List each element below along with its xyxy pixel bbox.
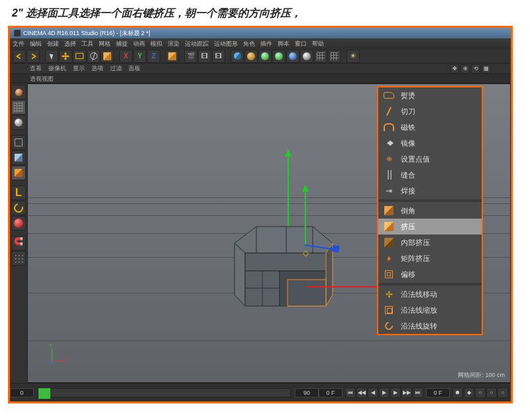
- primitive-button[interactable]: [231, 50, 244, 63]
- rotate-tool[interactable]: [87, 50, 100, 63]
- ctx-bevel[interactable]: 倒角: [378, 203, 482, 219]
- menu-script[interactable]: 脚本: [278, 40, 290, 48]
- generator-button[interactable]: [258, 50, 272, 63]
- view-menu-filter[interactable]: 过滤: [110, 64, 122, 73]
- redo-button[interactable]: [26, 50, 40, 63]
- render-settings-button[interactable]: [212, 50, 225, 63]
- tl-goend-button[interactable]: ⏭: [413, 388, 423, 398]
- undo-button[interactable]: [13, 50, 26, 63]
- menu-mesh[interactable]: 网格: [99, 40, 111, 48]
- view-orbit-icon[interactable]: ⟲: [471, 64, 480, 74]
- lock-x-button[interactable]: X: [119, 50, 132, 63]
- tl-record-button[interactable]: ⏺: [452, 388, 463, 398]
- last-tool[interactable]: [101, 50, 114, 63]
- tl-prevkey-button[interactable]: ◀◀: [356, 388, 367, 398]
- lock-y-button[interactable]: Y: [133, 50, 146, 63]
- view-menu-view[interactable]: 查看: [30, 64, 42, 73]
- ctx-setpoint[interactable]: ⁜设置点值: [378, 151, 482, 167]
- render-view-button[interactable]: [184, 50, 197, 63]
- menu-create[interactable]: 创建: [47, 40, 59, 48]
- timeline-track[interactable]: [38, 388, 291, 397]
- tl-keyopt2-button[interactable]: ○: [486, 388, 497, 398]
- floor-button[interactable]: [328, 50, 341, 63]
- gizmo-y-axis[interactable]: [305, 185, 306, 245]
- gizmo-x-axis[interactable]: [306, 286, 386, 288]
- ctx-mirror[interactable]: 镜像: [378, 135, 482, 151]
- lock-z-button[interactable]: Z: [147, 50, 160, 63]
- polygon-mode-button[interactable]: [11, 166, 26, 180]
- view-layout-icon[interactable]: ▦: [482, 64, 491, 74]
- timeline-start-field[interactable]: [10, 388, 34, 397]
- sun-button[interactable]: [346, 50, 360, 63]
- make-editable-button[interactable]: [11, 85, 26, 99]
- menu-character[interactable]: 角色: [243, 40, 255, 48]
- ctx-offset[interactable]: 偏移: [378, 266, 482, 282]
- menu-render[interactable]: 渲染: [168, 40, 180, 48]
- ctx-magnet[interactable]: 磁铁: [378, 119, 482, 135]
- object-mode-button[interactable]: [11, 135, 26, 150]
- menu-plugins[interactable]: 插件: [260, 40, 272, 48]
- menu-file[interactable]: 文件: [13, 40, 25, 48]
- view-zoom-icon[interactable]: ⊕: [460, 64, 470, 74]
- menu-window[interactable]: 窗口: [295, 40, 307, 48]
- snap-button[interactable]: [11, 236, 26, 250]
- ctx-normal-move[interactable]: ✢沿法线移动: [378, 286, 482, 302]
- spline-button[interactable]: [244, 50, 258, 63]
- tl-keyopt1-button[interactable]: ○: [475, 388, 486, 398]
- model-mode-button[interactable]: [11, 100, 26, 115]
- gizmo-origin[interactable]: [303, 246, 309, 253]
- ctx-matrix-extrude[interactable]: ♦矩阵挤压: [378, 250, 482, 266]
- ctx-normal-rotate[interactable]: 沿法线旋转: [378, 318, 482, 334]
- view-menu-options[interactable]: 选项: [91, 64, 103, 73]
- deformer-button[interactable]: [272, 50, 286, 63]
- axis-tool-button[interactable]: L: [11, 185, 26, 200]
- move-tool[interactable]: ✢: [59, 50, 72, 63]
- menu-help[interactable]: 帮助: [312, 40, 324, 48]
- view-menu-panel[interactable]: 面板: [129, 64, 140, 73]
- ctx-weld[interactable]: ⇥焊接: [378, 183, 482, 199]
- tl-autokey-button[interactable]: ◆: [464, 388, 474, 398]
- point-mode-button[interactable]: [11, 150, 26, 165]
- ctx-iron[interactable]: 熨烫: [378, 87, 482, 103]
- tl-prevframe-button[interactable]: ◀: [368, 388, 378, 398]
- timeline-end-field[interactable]: [295, 388, 319, 397]
- camera-button[interactable]: [300, 50, 313, 63]
- workplane-button[interactable]: [11, 251, 26, 266]
- menu-animation[interactable]: 动画: [133, 40, 145, 48]
- tl-nextkey-button[interactable]: ▶▶: [401, 388, 412, 398]
- menu-mograph[interactable]: 运动图形: [214, 40, 238, 48]
- timeline-current2-field[interactable]: [426, 388, 450, 397]
- rotation-tool-button[interactable]: [11, 201, 26, 215]
- ctx-normal-scale[interactable]: 沿法线缩放: [378, 302, 482, 318]
- environment-button[interactable]: [286, 50, 299, 63]
- ctx-stitch[interactable]: ⎮⎮缝合: [378, 167, 482, 183]
- tl-gostart-button[interactable]: ⏮: [345, 388, 356, 398]
- tl-nextframe-button[interactable]: ▶: [390, 388, 401, 398]
- polygon-model[interactable]: [227, 217, 346, 323]
- menu-edit[interactable]: 编辑: [30, 40, 42, 48]
- view-menu-camera[interactable]: 摄像机: [48, 64, 66, 73]
- menu-simulate[interactable]: 模拟: [150, 40, 162, 48]
- record-button[interactable]: [11, 216, 26, 231]
- timeline-current-field[interactable]: [319, 388, 343, 397]
- main-toolbar: ✢ X Y Z: [10, 49, 511, 64]
- texture-mode-button[interactable]: [11, 115, 26, 130]
- live-select-tool[interactable]: [45, 50, 58, 63]
- timeline-playhead[interactable]: [38, 388, 50, 399]
- view-pan-icon[interactable]: ✥: [450, 64, 459, 74]
- tl-play-button[interactable]: ▶: [379, 388, 390, 398]
- view-menu-display[interactable]: 显示: [73, 64, 85, 73]
- menu-motiontrack[interactable]: 运动跟踪: [185, 40, 209, 48]
- ctx-extrude[interactable]: 挤压: [378, 219, 482, 235]
- ctx-knife[interactable]: 切刀: [378, 103, 482, 119]
- svg-marker-1: [235, 243, 245, 306]
- render-pv-button[interactable]: [198, 50, 211, 63]
- menu-snap[interactable]: 捕捉: [116, 40, 128, 48]
- menu-select[interactable]: 选择: [64, 40, 76, 48]
- light-button[interactable]: [314, 50, 327, 63]
- menu-tools[interactable]: 工具: [81, 40, 93, 48]
- scale-tool[interactable]: [73, 50, 86, 63]
- coord-system-button[interactable]: [166, 50, 179, 63]
- ctx-inner-extrude[interactable]: 内部挤压: [378, 235, 482, 250]
- tl-keyopt3-button[interactable]: ○: [498, 388, 508, 398]
